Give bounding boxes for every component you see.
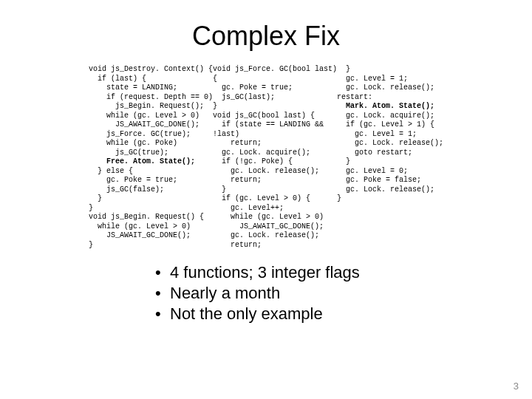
- code-listing: void js_Destroy. Context() { if (last) {…: [0, 65, 532, 250]
- code-text: } else { gc. Poke = true; js_GC(false); …: [89, 167, 204, 249]
- code-bold-free-atom: Free. Atom. State();: [106, 157, 195, 166]
- code-column-2: void js_Force. GC(bool last) { gc. Poke …: [213, 65, 337, 250]
- list-item: Not the only example: [155, 304, 532, 324]
- list-item: Nearly a month: [155, 284, 532, 303]
- code-bold-mark-atom: Mark. Atom. State();: [346, 102, 434, 110]
- code-text: void js_Force. GC(bool last) { gc. Poke …: [213, 65, 337, 249]
- code-column-3: } gc. Level = 1; gc. Lock. release(); re…: [337, 65, 443, 250]
- code-column-1: void js_Destroy. Context() { if (last) {…: [89, 65, 213, 250]
- list-item: 4 functions; 3 integer flags: [155, 263, 532, 282]
- page-title: Complex Fix: [0, 21, 532, 52]
- bullet-list: 4 functions; 3 integer flags Nearly a mo…: [155, 263, 532, 324]
- code-text: void js_Destroy. Context() { if (last) {…: [89, 65, 213, 166]
- code-text: gc. Lock. acquire(); if (gc. Level > 1) …: [337, 112, 443, 203]
- page-number: 3: [514, 381, 519, 392]
